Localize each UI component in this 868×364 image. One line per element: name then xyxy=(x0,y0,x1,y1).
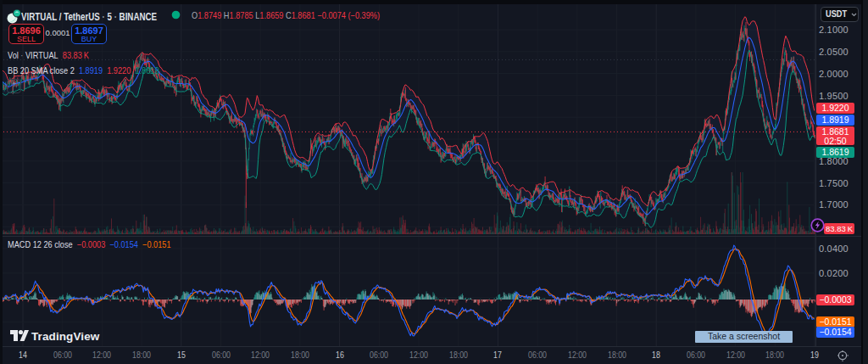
svg-text:TradingView: TradingView xyxy=(31,330,100,343)
